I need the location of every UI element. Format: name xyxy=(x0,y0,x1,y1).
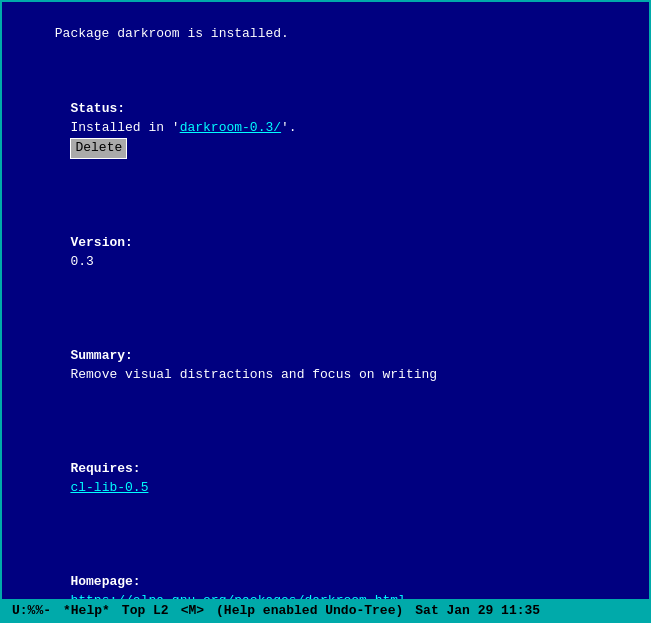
package-installed-text: Package darkroom is installed. xyxy=(55,26,289,41)
version-value: 0.3 xyxy=(70,254,93,269)
darkroom-version-link[interactable]: darkroom-0.3/ xyxy=(180,120,281,135)
summary-value: Remove visual distractions and focus on … xyxy=(70,367,437,382)
status-datetime: Sat Jan 29 11:35 xyxy=(409,603,546,618)
status-line: Status: Installed in 'darkroom-0.3/'. De… xyxy=(8,63,643,197)
status-encoding: U:%%- xyxy=(6,603,57,618)
status-position: Top L2 xyxy=(116,603,175,618)
version-line: Version: 0.3 xyxy=(8,196,643,309)
status-extra: (Help enabled Undo-Tree) xyxy=(210,603,409,618)
version-label: Version: xyxy=(70,235,132,250)
homepage-label: Homepage: xyxy=(70,574,140,589)
requires-link[interactable]: cl-lib-0.5 xyxy=(70,480,148,495)
terminal-window: Package darkroom is installed. Status: I… xyxy=(0,0,651,623)
status-buffer: *Help* xyxy=(57,603,116,618)
status-label: Status: xyxy=(70,101,125,116)
summary-label: Summary: xyxy=(70,348,132,363)
package-installed-line: Package darkroom is installed. xyxy=(8,6,643,63)
status-bar: U:%%- *Help* Top L2 <M> (Help enabled Un… xyxy=(2,599,649,621)
status-mode-indicator: <M> xyxy=(175,603,210,618)
requires-line: Requires: cl-lib-0.5 xyxy=(8,423,643,536)
status-value: Installed in ' xyxy=(70,120,179,135)
requires-label: Requires: xyxy=(70,461,140,476)
summary-line: Summary: Remove visual distractions and … xyxy=(8,310,643,423)
homepage-line: Homepage: https://elpa.gnu.org/packages/… xyxy=(8,536,643,599)
delete-button[interactable]: Delete xyxy=(70,138,127,159)
main-content: Package darkroom is installed. Status: I… xyxy=(2,2,649,599)
status-after: '. xyxy=(281,120,297,135)
